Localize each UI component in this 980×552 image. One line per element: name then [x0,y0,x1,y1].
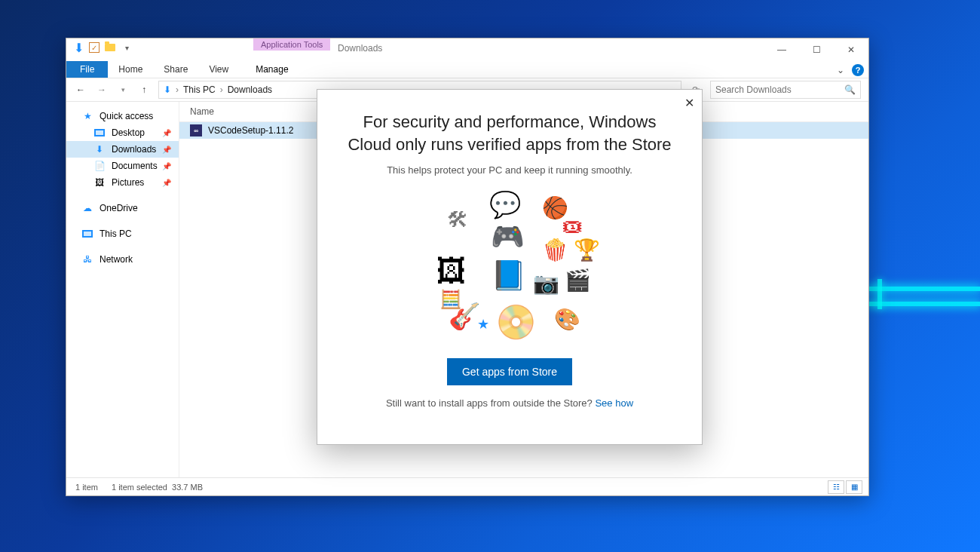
chevron-right-icon[interactable]: › [220,84,223,95]
nav-desktop[interactable]: Desktop 📌 [66,124,179,141]
nav-label: Pictures [112,177,144,188]
network-icon: 🖧 [81,253,93,265]
chat-icon: 💬 [489,189,521,219]
dialog-close-button[interactable]: ✕ [684,96,694,110]
nav-pictures[interactable]: 🖼 Pictures 📌 [66,174,179,191]
window-title: Downloads [338,43,382,54]
dialog-heading: For security and performance, Windows Cl… [343,111,676,155]
back-button[interactable]: ← [74,84,87,95]
this-pc-icon [81,228,93,240]
nav-label: Downloads [112,144,156,155]
desktop-icon [93,127,106,139]
get-apps-button[interactable]: Get apps from Store [447,358,572,385]
palette-icon: 🎨 [554,307,580,332]
documents-icon: 📄 [93,160,106,172]
home-tab[interactable]: Home [108,61,153,78]
search-box[interactable]: 🔍 [710,81,861,99]
quick-access-toolbar: ⬇ ✓ ▾ [66,38,137,54]
details-view-button[interactable]: ☷ [828,480,844,494]
footer-text: Still want to install apps from outside … [386,397,595,409]
see-how-link[interactable]: See how [595,397,633,409]
nav-label: Documents [112,161,158,171]
view-tab[interactable]: View [198,61,239,78]
ticket-icon: 🎟 [562,213,583,238]
down-arrow-icon[interactable]: ⬇ [72,41,84,54]
nav-this-pc[interactable]: This PC [66,225,179,242]
book-icon: 📘 [491,259,526,292]
share-tab[interactable]: Share [153,61,198,78]
status-selected: 1 item selected 33.7 MB [112,483,203,492]
breadcrumb-downloads[interactable]: Downloads [228,84,272,95]
nav-network[interactable]: 🖧 Network [66,251,179,268]
nav-label: This PC [100,228,132,239]
pin-icon[interactable]: 📌 [162,179,171,187]
ribbon-tabs: File Home Share View Manage [66,58,305,78]
turntable-icon: 📀 [495,302,537,342]
store-restriction-dialog: ✕ For security and performance, Windows … [317,89,703,445]
up-button[interactable]: ↑ [137,84,151,95]
column-name[interactable]: Name [190,106,214,117]
search-icon[interactable]: 🔍 [844,84,856,95]
minimize-button[interactable]: ― [764,38,799,61]
nav-onedrive[interactable]: ☁ OneDrive [66,200,179,216]
star-icon: ★ [477,316,489,333]
status-bar: 1 item 1 item selected 33.7 MB ☷ ▦ [66,477,868,495]
wallpaper-accent [877,279,882,309]
gamepad-icon: 🎮 [491,221,525,253]
tools-icon: 🛠 [447,207,468,232]
checkbox-icon[interactable]: ✓ [89,42,100,53]
trophy-icon: 🏆 [574,238,600,262]
help-icon[interactable]: ? [852,64,864,76]
dialog-subtext: This helps protect your PC and keep it r… [387,164,632,176]
app-icons-illustration: 💬 🏀 🛠 🎟 🎮 🍿 🏆 🖼 📘 📷 🎬 🧮 🎸 ★ 📀 🎨 [393,189,626,348]
clapper-icon: 🎬 [565,268,591,293]
contextual-tab-header: Application Tools [253,38,330,51]
file-name: VSCodeSetup-1.11.2 [208,125,293,136]
cloud-icon: ☁ [81,202,93,214]
guitar-icon: 🎸 [449,301,480,331]
folder-icon[interactable] [104,41,116,54]
pin-icon[interactable]: 📌 [162,162,171,170]
search-input[interactable] [715,84,836,95]
manage-tab[interactable]: Manage [239,61,305,78]
large-icons-view-button[interactable]: ▦ [846,480,862,494]
pin-icon[interactable]: 📌 [162,129,171,137]
nav-label: Network [100,254,133,265]
down-arrow-icon[interactable]: ⬇ [164,84,171,95]
vscode-installer-icon: ∞ [190,124,202,136]
close-button[interactable]: ✕ [834,38,868,61]
ribbon-expand-icon[interactable]: ⌄ [837,65,844,75]
maximize-button[interactable]: ☐ [799,38,834,61]
nav-quick-access[interactable]: ★ Quick access [66,108,179,124]
forward-button[interactable]: → [95,84,109,95]
navigation-pane: ★ Quick access Desktop 📌 ⬇ Downloads 📌 📄… [66,102,179,477]
nav-documents[interactable]: 📄 Documents 📌 [66,158,179,174]
pin-icon[interactable]: 📌 [162,146,171,154]
title-bar[interactable]: ⬇ ✓ ▾ Application Tools Downloads ― ☐ ✕ … [66,38,868,78]
contextual-tab-group: Application Tools [253,38,330,51]
chevron-right-icon[interactable]: › [176,84,179,95]
file-tab[interactable]: File [66,61,108,78]
dialog-footer: Still want to install apps from outside … [386,397,633,409]
recent-locations-icon[interactable]: ▾ [116,86,130,94]
camera-icon: 📷 [533,271,559,296]
downloads-icon: ⬇ [93,143,106,155]
popcorn-icon: 🍿 [542,238,568,262]
nav-downloads[interactable]: ⬇ Downloads 📌 [66,141,179,158]
qat-menu-icon[interactable]: ▾ [121,41,133,54]
nav-label: Quick access [100,111,153,121]
nav-label: OneDrive [100,203,138,213]
nav-label: Desktop [112,127,145,138]
pictures-icon: 🖼 [93,176,106,189]
breadcrumb-this-pc[interactable]: This PC [183,84,216,95]
picture-icon: 🖼 [436,254,467,288]
status-item-count: 1 item [75,483,98,492]
star-icon: ★ [81,110,93,122]
